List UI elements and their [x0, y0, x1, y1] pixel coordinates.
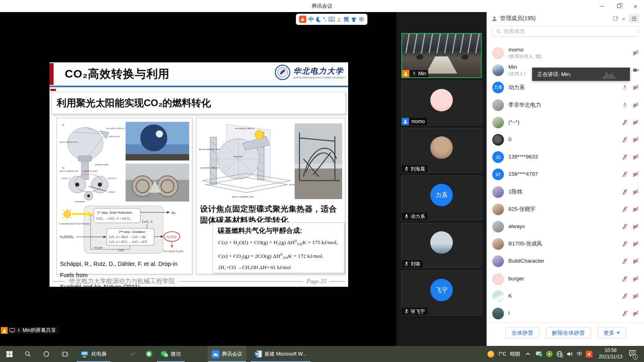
camera-off-icon[interactable]: [633, 293, 639, 299]
member-row[interactable]: 97 156****4797: [487, 166, 644, 183]
weather-condition[interactable]: 晴朗: [510, 351, 520, 358]
mute-all-button[interactable]: 全体静音: [506, 327, 539, 338]
camera-off-icon[interactable]: [633, 224, 639, 230]
avatar: 力系: [430, 184, 453, 206]
punctuation-toggle[interactable]: °,: [323, 17, 326, 22]
ime-settings-gear-icon[interactable]: [359, 16, 364, 22]
taskbar-app-scanner[interactable]: [124, 346, 141, 362]
minimize-button[interactable]: [593, 0, 610, 12]
taskbar-clock[interactable]: 10:58 2021/11/13: [596, 348, 625, 360]
member-row[interactable]: B1705-张成凤: [487, 235, 644, 253]
member-row[interactable]: 33 139****9633: [487, 148, 644, 166]
keyboard-icon[interactable]: [328, 17, 335, 22]
task-view-button[interactable]: [56, 346, 74, 362]
mic-muted-icon[interactable]: [622, 137, 628, 143]
member-search-box[interactable]: [492, 26, 639, 37]
ime-account-icon[interactable]: [336, 17, 342, 22]
ime-mode-toggle[interactable]: 中: [308, 16, 314, 22]
camera-off-icon[interactable]: [633, 258, 639, 264]
camera-off-icon[interactable]: [633, 276, 639, 282]
ime-toolbar[interactable]: 中 °, 简: [296, 14, 367, 25]
taskbar-app-wechat[interactable]: 微信: [157, 346, 185, 362]
screen-share-indicator[interactable]: Min的屏幕共享: [1, 327, 59, 334]
member-row[interactable]: K: [487, 288, 644, 305]
mic-muted-icon[interactable]: [622, 224, 628, 230]
member-row[interactable]: 1陈炜: [487, 183, 644, 201]
mic-on-icon[interactable]: [622, 102, 628, 108]
video-tile-zhangfeiyu[interactable]: 飞宇 张飞宇: [401, 270, 482, 315]
network-globe-icon[interactable]: [556, 351, 563, 358]
camera-off-icon[interactable]: [633, 206, 639, 212]
more-button[interactable]: 更多: [598, 327, 626, 338]
restore-button[interactable]: [610, 0, 627, 12]
camera-off-icon[interactable]: [633, 154, 639, 160]
green-plus-icon[interactable]: [546, 351, 553, 357]
video-tile-liulu[interactable]: 刘璐: [401, 223, 482, 268]
word-icon: W: [254, 350, 262, 358]
member-row[interactable]: BuildCharacter: [487, 253, 644, 270]
unmute-all-button[interactable]: 解除全体静音: [546, 327, 591, 338]
member-row[interactable]: momo (联席主持人, 我): [487, 44, 644, 62]
video-tile-donglixi[interactable]: 力系 动力系: [401, 175, 482, 220]
member-row[interactable]: 0: [487, 131, 644, 148]
volume-icon[interactable]: [567, 351, 573, 357]
mic-muted-icon[interactable]: [622, 293, 628, 299]
action-center-button[interactable]: 1: [629, 350, 636, 358]
sogou-logo-icon[interactable]: [299, 16, 306, 23]
video-tile-momo[interactable]: momo: [401, 80, 482, 125]
taskbar-app-word[interactable]: W 新建 Microsoft W...: [250, 346, 311, 362]
mic-muted-icon[interactable]: [622, 206, 628, 212]
video-tile-min[interactable]: Min: [401, 33, 482, 78]
cortana-button[interactable]: [37, 346, 56, 362]
mic-on-icon[interactable]: [622, 84, 628, 90]
video-tile-liuhaichen[interactable]: 刘海晨: [401, 128, 482, 173]
camera-off-icon[interactable]: [633, 119, 639, 125]
camera-off-icon[interactable]: [633, 171, 639, 177]
member-row[interactable]: always: [487, 218, 644, 235]
mic-muted-icon[interactable]: [622, 241, 628, 247]
camera-off-icon[interactable]: [633, 102, 639, 108]
start-button[interactable]: [0, 346, 19, 362]
member-name: Min: [508, 64, 525, 71]
taskbar-app-this-pc[interactable]: 此电脑: [76, 346, 111, 362]
mic-muted-icon[interactable]: [622, 258, 628, 264]
panel-close-icon[interactable]: ×: [622, 15, 625, 22]
ime-charset-toggle[interactable]: 简: [344, 16, 349, 22]
weather-sun-icon[interactable]: [487, 351, 494, 358]
ime-indicator[interactable]: 中: [577, 350, 582, 358]
mic-muted-icon[interactable]: [622, 189, 628, 195]
mic-muted-icon[interactable]: [622, 119, 628, 125]
moon-icon[interactable]: [316, 16, 321, 22]
member-row[interactable]: l: [487, 305, 644, 322]
tray-expand-chevron-icon[interactable]: [525, 352, 530, 356]
skin-icon[interactable]: [351, 17, 357, 22]
pop-out-icon[interactable]: [613, 16, 619, 21]
mail-check-icon[interactable]: [536, 351, 543, 357]
camera-off-icon[interactable]: [633, 241, 639, 247]
taskbar-search-button[interactable]: [19, 346, 37, 362]
weather-temp[interactable]: 7°C: [498, 351, 506, 357]
sogou-tray-icon[interactable]: [586, 351, 592, 358]
member-row[interactable]: burger: [487, 270, 644, 287]
mic-muted-icon[interactable]: [622, 154, 628, 160]
member-row[interactable]: (*~*): [487, 114, 644, 131]
camera-off-icon[interactable]: [633, 137, 639, 143]
taskbar-app-green[interactable]: [141, 346, 157, 362]
close-button[interactable]: ×: [627, 0, 644, 12]
member-name: 156****4797: [508, 171, 538, 178]
camera-off-icon[interactable]: [633, 84, 639, 90]
taskbar-app-meeting[interactable]: 腾讯会议: [208, 346, 246, 362]
camera-off-icon[interactable]: [633, 189, 639, 195]
member-row[interactable]: 李非华北电力: [487, 97, 644, 114]
mic-muted-icon[interactable]: [622, 311, 628, 317]
camera-off-icon[interactable]: [633, 311, 639, 317]
mic-muted-icon[interactable]: [622, 276, 628, 282]
camera-on-icon[interactable]: [633, 67, 639, 73]
search-input[interactable]: [504, 28, 635, 34]
member-row[interactable]: 825-张晓宇: [487, 201, 644, 218]
panel-menu-button[interactable]: [629, 14, 639, 23]
member-row[interactable]: 力系 动力系: [487, 79, 644, 96]
mic-muted-icon[interactable]: [622, 171, 628, 177]
camera-off-icon[interactable]: [633, 50, 639, 56]
avatar-text: 力系: [436, 191, 448, 199]
